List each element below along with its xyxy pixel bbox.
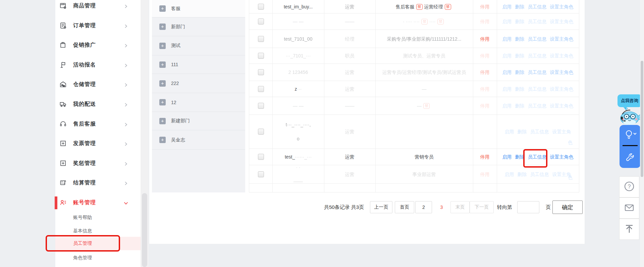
action-link-删除[interactable]: 删除 [515,103,525,108]
action-link-启用[interactable]: 启用 [505,129,514,134]
action-link-员工信息[interactable]: 员工信息 [530,172,549,177]
action-link-删除[interactable]: 删除 [515,53,525,58]
action-link-wrapped-char[interactable]: 色 [568,139,573,146]
sidebar-item-4[interactable]: 活动报名 [55,58,149,72]
action-link-删除[interactable]: 删除 [515,19,525,24]
expand-plus-icon[interactable]: + [159,99,166,105]
action-link-启用[interactable]: 启用 [505,172,514,177]
department-row-7[interactable]: +新建部门 [152,112,245,130]
help-button[interactable]: ? [619,176,639,197]
action-link-员工信息[interactable]: 员工信息 [530,129,549,134]
sidebar-scrollbar-thumb[interactable] [142,193,147,267]
back-to-top-button[interactable] [619,219,639,240]
expand-plus-icon[interactable]: + [159,80,166,87]
sidebar-item-8[interactable]: 发票管理 [55,137,149,150]
department-row-5[interactable]: +222 [152,74,245,93]
action-link-启用[interactable]: 启用 [502,86,512,92]
action-link-设置主角色[interactable]: 设置主角色 [550,19,574,24]
action-link-员工信息[interactable]: 员工信息 [528,103,547,108]
next-page-button[interactable]: 下一页 [470,201,494,213]
prev-page-button[interactable]: 上一页 [370,201,392,213]
sidebar-item-1[interactable]: 商品管理 [55,0,149,12]
expand-plus-icon[interactable]: + [159,43,166,49]
row-checkbox[interactable] [258,86,264,92]
sidebar-subitem-1[interactable]: 账号帮助 [55,211,149,224]
action-link-设置主角色[interactable]: 设置主角色 [550,4,574,9]
action-link-启用[interactable]: 启用 [502,36,512,42]
department-row-1[interactable]: +客服 [152,0,245,17]
action-link-设置主角色[interactable]: 设置主角色 [550,86,574,92]
consult-bubble[interactable]: 点我咨询 [618,94,642,107]
action-link-设置主角色[interactable]: 设置主角色 [550,36,574,42]
action-link-设置主角色[interactable]: 设置主角色 [550,70,574,75]
last-page-button[interactable]: 末页 [450,201,470,213]
action-link-设置主角色[interactable]: 设置主角色 [550,154,574,160]
action-link-员工信息[interactable]: 员工信息 [528,53,547,58]
sidebar-subitem-3[interactable]: 员工管理 [55,237,149,250]
expand-plus-icon[interactable]: + [159,5,166,12]
action-link-删除[interactable]: 删除 [515,4,525,9]
page-scrollbar-thumb[interactable] [641,61,643,177]
expand-plus-icon[interactable]: + [159,24,166,30]
sidebar-item-11[interactable]: 账号管理 [55,196,149,209]
row-checkbox[interactable] [258,18,264,25]
confirm-button[interactable]: 确定 [552,201,583,214]
action-link-员工信息[interactable]: 员工信息 [528,36,547,42]
sidebar-item-5[interactable]: 仓储管理 [55,78,149,91]
chevron-right-icon [124,102,128,106]
row-checkbox[interactable] [258,69,264,75]
sidebar-item-2[interactable]: 订单管理 [55,19,149,32]
expand-plus-icon[interactable]: + [159,118,166,124]
wrench-icon[interactable] [620,152,641,163]
row-checkbox[interactable] [258,103,264,109]
action-link-员工信息[interactable]: 员工信息 [528,154,547,160]
department-row-4[interactable]: +111 [152,55,245,74]
department-row-8[interactable]: +吴金志 [152,130,245,150]
row-checkbox[interactable] [258,129,264,135]
action-link-启用[interactable]: 启用 [502,103,512,108]
sidebar-subitem-2[interactable]: 基本信息 [55,224,149,238]
action-link-删除[interactable]: 删除 [515,36,525,42]
action-link-设置主角色[interactable]: 设置主角色 [550,103,574,108]
action-link-员工信息[interactable]: 员工信息 [528,4,547,9]
action-link-员工信息[interactable]: 员工信息 [528,19,547,24]
row-checkbox[interactable] [258,4,264,10]
action-link-wrapped-char[interactable]: 色 [568,174,573,181]
sidebar-item-10[interactable]: 结算管理 [55,176,149,189]
action-link-删除[interactable]: 删除 [518,129,527,134]
bulb-icon[interactable] [620,129,641,140]
action-link-删除[interactable]: 删除 [515,70,525,75]
row-checkbox[interactable] [258,171,264,177]
action-link-设置主角色[interactable]: 设置主角色 [550,53,574,58]
goto-page-input[interactable] [517,201,539,213]
sidebar-item-9[interactable]: 奖惩管理 [55,157,149,170]
action-link-删除[interactable]: 删除 [515,86,525,92]
action-link-设置主角[interactable]: 设置主角 [552,129,571,134]
department-row-6[interactable]: +12 [152,93,245,112]
row-checkbox[interactable] [258,36,264,42]
whale-mascot[interactable] [619,107,641,126]
row-checkbox[interactable] [258,154,264,160]
action-link-删除[interactable]: 删除 [515,154,525,160]
row-checkbox[interactable] [258,53,264,59]
sidebar-item-3[interactable]: 促销推广 [55,38,149,52]
message-button[interactable] [619,197,639,219]
action-link-启用[interactable]: 启用 [502,70,512,75]
department-row-3[interactable]: +测试 [152,36,245,55]
action-link-启用[interactable]: 启用 [502,154,512,160]
expand-plus-icon[interactable]: + [159,137,166,143]
sidebar-subitem-4[interactable]: 角色管理 [55,251,149,265]
expand-plus-icon[interactable]: + [159,61,166,68]
action-link-删除[interactable]: 删除 [518,172,527,177]
action-link-员工信息[interactable]: 员工信息 [528,86,547,92]
action-link-启用[interactable]: 启用 [502,19,512,24]
action-link-启用[interactable]: 启用 [502,53,512,58]
action-link-启用[interactable]: 启用 [502,4,512,9]
page-2-button[interactable]: 2 [415,201,432,213]
sidebar-item-7[interactable]: 售后客服 [55,117,149,131]
action-link-员工信息[interactable]: 员工信息 [528,70,547,75]
first-page-button[interactable]: 首页 [395,201,414,213]
department-row-2[interactable]: +新部门 [152,17,245,36]
role-disabled-badge: 禁 [437,19,444,25]
sidebar-item-6[interactable]: 我的配送 [55,97,149,111]
